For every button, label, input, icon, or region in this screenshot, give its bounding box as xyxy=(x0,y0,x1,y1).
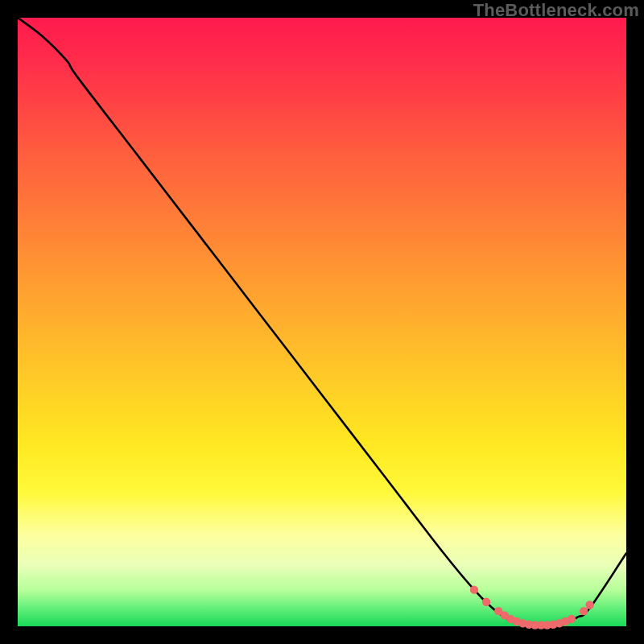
overlay-dot xyxy=(585,601,593,609)
chart-frame: TheBottleneck.com xyxy=(0,0,644,644)
curve-line xyxy=(18,18,626,626)
watermark-text: TheBottleneck.com xyxy=(473,2,639,19)
overlay-dot xyxy=(568,615,576,623)
chart-svg xyxy=(18,18,626,626)
overlay-dots xyxy=(470,585,594,629)
overlay-dot xyxy=(470,585,478,593)
overlay-dot xyxy=(580,607,588,615)
plot-area xyxy=(18,18,626,626)
overlay-dot xyxy=(482,598,490,606)
